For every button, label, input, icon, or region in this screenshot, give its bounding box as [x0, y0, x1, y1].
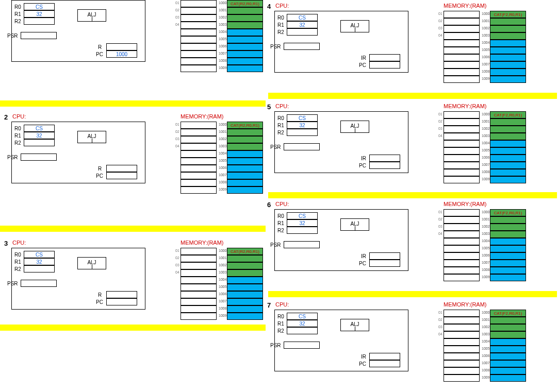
- step-panel-5: 5CPU:MEMORY:(RAM)R0CSR132R2ALJPSRIRPC011…: [268, 103, 531, 196]
- reg-R0: CS: [287, 14, 318, 21]
- mem-data-cell: [227, 165, 263, 172]
- cpu-label: CPU:: [275, 3, 289, 9]
- mem-addr-cell: [444, 374, 480, 382]
- reg-R2: [287, 28, 318, 36]
- reg-label-R2: R2: [14, 140, 21, 146]
- reg-R2: [287, 129, 318, 136]
- mem-addr-cell: [444, 54, 480, 61]
- mem-addr-number: 1009: [482, 177, 489, 181]
- mem-addr-number: 1008: [219, 180, 226, 184]
- cpu-label: CPU:: [12, 113, 26, 120]
- mem-addr-number: 1000: [219, 249, 226, 252]
- mem-addr-number: 1002: [219, 263, 226, 267]
- alu-box: ALJ: [77, 257, 106, 269]
- reg-label-R2: R2: [277, 328, 284, 334]
- cpu-label: CPU:: [12, 240, 26, 246]
- mem-addr-number: 1004: [219, 30, 226, 33]
- mem-addr-cell: [444, 111, 480, 118]
- mem-addr-number: 1008: [482, 268, 489, 271]
- mem-index: 03: [438, 127, 442, 130]
- mem-data-cell: [490, 76, 526, 83]
- mem-data-cell: [490, 147, 526, 155]
- step-panel-6: 6CPU:MEMORY:(RAM)R0CSR132R2ALJPSRIRPC011…: [268, 201, 531, 294]
- mem-data-cell: [490, 32, 526, 40]
- mem-addr-cell: [180, 7, 217, 14]
- reg-R1: 32: [287, 219, 318, 227]
- reg-R0: CS: [24, 251, 55, 258]
- mem-addr-number: 1000: [482, 210, 489, 214]
- mem-index: 01: [438, 12, 442, 15]
- mem-index: 01: [438, 311, 442, 314]
- reg-label-R0: R0: [277, 314, 284, 319]
- mem-addr-cell: [444, 252, 480, 260]
- mem-addr-cell: [444, 216, 480, 224]
- psr-label: PSR: [7, 155, 18, 160]
- psr-label: PSR: [270, 44, 281, 49]
- mem-addr-number: 1006: [482, 253, 489, 257]
- reg-label-R2: R2: [14, 19, 21, 24]
- mem-addr-cell: [180, 179, 217, 186]
- mem-addr-number: 1001: [482, 120, 489, 123]
- mem-addr-number: 1003: [482, 232, 489, 235]
- mem-data-cell: [227, 14, 263, 22]
- mem-addr-cell: [444, 155, 480, 162]
- mem-addr-number: 1006: [482, 55, 489, 59]
- mem-addr-number: 1006: [219, 292, 226, 296]
- step-number: 4: [267, 3, 271, 10]
- mem-addr-number: 1002: [482, 225, 489, 228]
- mem-data-cell: [227, 291, 263, 298]
- mem-data-cell: [490, 155, 526, 162]
- reg-label-R2: R2: [277, 228, 284, 233]
- step-panel-3: 3CPU:MEMORY:(RAM)R0CSR132R2ALJPSRRPC0110…: [5, 240, 268, 332]
- mem-addr-cell: [180, 165, 217, 172]
- reg-label-R1: R1: [14, 133, 21, 139]
- mem-data-cell: [490, 176, 526, 183]
- mem-data-cell: [227, 7, 263, 14]
- mem-data-cell: [227, 284, 263, 291]
- mem-index: 02: [438, 217, 442, 221]
- mem-addr-number: 1007: [482, 261, 489, 264]
- mem-addr-number: 1009: [219, 188, 226, 191]
- mem-addr-number: 1005: [219, 159, 226, 162]
- mem-addr-cell: [180, 269, 217, 277]
- mem-index: 01: [175, 123, 179, 126]
- mem-addr-number: 1007: [482, 62, 489, 66]
- mem-addr-cell: [444, 169, 480, 176]
- reg-R2: [287, 327, 318, 334]
- mem-data-cell: [490, 353, 526, 360]
- memory-label: MEMORY:(RAM): [180, 113, 224, 120]
- mem-data-cell: [490, 346, 526, 353]
- mem-addr-number: 1008: [482, 70, 489, 73]
- mem-data-cell: CAT(R2,R0,R1): [227, 248, 263, 255]
- memory-label: MEMORY:(RAM): [444, 201, 487, 207]
- reg-R1: 32: [287, 320, 318, 327]
- separator-bar: [0, 226, 266, 232]
- reg-label-R0: R0: [277, 213, 284, 219]
- mem-addr-cell: [444, 267, 480, 274]
- mem-data-cell: [227, 65, 263, 72]
- mem-addr-cell: [444, 310, 480, 317]
- ir-cell: [106, 291, 137, 298]
- pc-label: PC: [359, 62, 366, 68]
- mem-addr-number: 1004: [482, 41, 489, 44]
- mem-data-cell: [490, 238, 526, 245]
- mem-index: 04: [175, 23, 179, 26]
- mem-data-cell: [490, 245, 526, 252]
- reg-R1: 32: [24, 258, 55, 265]
- mem-data-cell: [490, 331, 526, 338]
- step-panel-7: 7CPU:MEMORY:(RAM)R0CSR132R2ALJPSRIRPC011…: [268, 301, 531, 392]
- mem-data-cell: [227, 298, 263, 305]
- mem-addr-cell: [444, 209, 480, 216]
- mem-addr-number: 1003: [482, 33, 489, 37]
- memory-label: MEMORY:(RAM): [180, 240, 224, 246]
- mem-addr-number: 1003: [219, 23, 226, 26]
- mem-addr-cell: [180, 172, 217, 179]
- step-number: 5: [267, 103, 271, 111]
- mem-addr-number: 1007: [482, 361, 489, 365]
- mem-addr-number: 1002: [482, 26, 489, 30]
- mem-index: 02: [438, 19, 442, 23]
- mem-addr-cell: [444, 126, 480, 133]
- psr-cell: [21, 32, 57, 39]
- reg-R2: [287, 227, 318, 234]
- mem-addr-cell: [444, 76, 480, 83]
